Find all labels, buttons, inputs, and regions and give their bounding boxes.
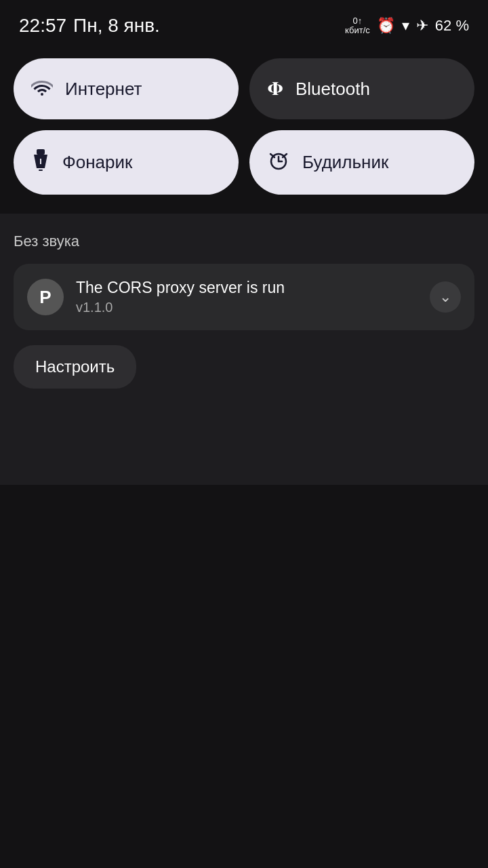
notification-expand-button[interactable]: ⌄	[430, 281, 461, 313]
flashlight-icon	[31, 149, 50, 176]
section-label: Без звука	[14, 233, 474, 250]
quick-tiles-grid: Интернет 𝚽 Bluetooth Фонарик	[0, 47, 488, 208]
bluetooth-icon: 𝚽	[267, 78, 283, 100]
bluetooth-tile-label: Bluetooth	[296, 79, 370, 100]
alarm-icon	[267, 150, 290, 175]
status-time: 22:57	[19, 15, 66, 37]
notification-card-cors[interactable]: P The CORS proxy server is run v1.1.0 ⌄	[14, 264, 474, 330]
status-icons: 0↑ кбит/с ⏰ ▾ ✈ 62 %	[345, 16, 469, 36]
notification-section: Без звука P The CORS proxy server is run…	[0, 214, 488, 485]
notification-subtitle: v1.1.0	[76, 300, 418, 315]
network-speed-indicator: 0↑ кбит/с	[345, 16, 370, 36]
svg-rect-2	[39, 170, 43, 171]
flashlight-tile-label: Фонарик	[62, 152, 132, 173]
svg-rect-0	[37, 149, 45, 155]
battery-indicator: 62 %	[435, 17, 469, 35]
chevron-down-icon: ⌄	[439, 290, 451, 304]
airplane-status-icon: ✈	[416, 17, 428, 35]
wifi-status-icon: ▾	[402, 17, 409, 35]
tile-bluetooth[interactable]: 𝚽 Bluetooth	[249, 58, 474, 119]
app-icon-cors: P	[27, 279, 64, 315]
alarm-status-icon: ⏰	[377, 17, 395, 35]
settings-button-label: Настроить	[35, 357, 115, 376]
internet-tile-label: Интернет	[65, 79, 142, 100]
tile-internet[interactable]: Интернет	[14, 58, 239, 119]
wifi-icon	[31, 77, 53, 100]
notification-content: The CORS proxy server is run v1.1.0	[76, 279, 418, 315]
settings-button[interactable]: Настроить	[14, 345, 136, 389]
notification-title: The CORS proxy server is run	[76, 279, 418, 297]
alarm-tile-label: Будильник	[302, 152, 388, 173]
tile-flashlight[interactable]: Фонарик	[14, 130, 239, 195]
tile-alarm[interactable]: Будильник	[249, 130, 474, 195]
status-date: Пн, 8 янв.	[73, 15, 160, 37]
status-bar: 22:57 Пн, 8 янв. 0↑ кбит/с ⏰ ▾ ✈ 62 %	[0, 0, 488, 47]
